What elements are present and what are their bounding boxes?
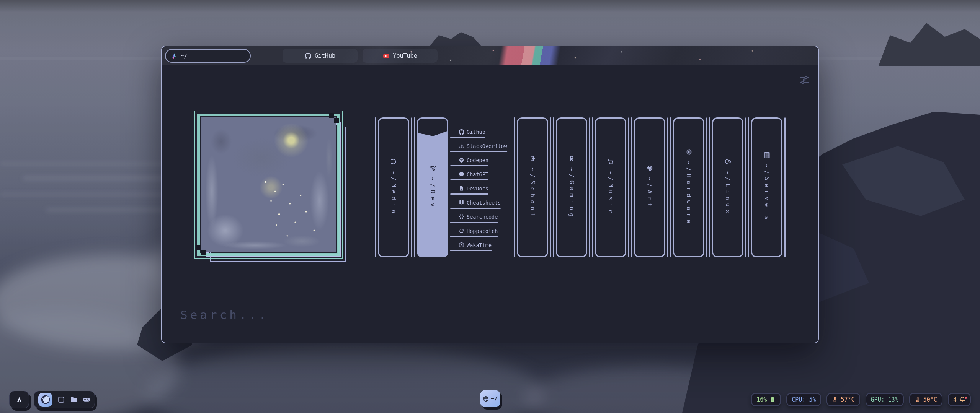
dock-item-terminal[interactable] — [57, 396, 65, 403]
link-label: ChatGPT — [467, 171, 488, 177]
notification-dot — [965, 397, 967, 399]
stat-pill-gpu-usage[interactable]: GPU: 13% — [866, 393, 904, 406]
link-codepen[interactable]: Codepen — [450, 157, 488, 167]
shelf-spine-art[interactable]: ~/Art — [634, 117, 665, 257]
link-chatgpt[interactable]: ChatGPT — [450, 171, 488, 181]
dock-item-games[interactable] — [83, 396, 90, 403]
artwork-frame — [194, 111, 347, 263]
tab-label: YouTube — [393, 52, 417, 59]
spine-content: ~/Gaming — [568, 155, 575, 220]
shelf-spine-media[interactable]: ~/Media — [378, 117, 409, 257]
link-label: Codepen — [467, 157, 488, 163]
shelf-spine-gaming[interactable]: ~/Gaming — [556, 117, 587, 257]
link-underline — [450, 165, 488, 167]
shelf-spine-linux[interactable]: ~/Linux — [712, 117, 743, 257]
browser-window: ~/ GitHub YouTube ~/Media~/DevGi — [161, 46, 819, 343]
address-url: ~/ — [181, 53, 187, 59]
spine-content: ~/Dev — [429, 165, 436, 210]
link-label: Cheatsheets — [467, 200, 501, 206]
shelf-divider — [706, 117, 707, 257]
link-searchcode[interactable]: Searchcode — [450, 214, 498, 223]
shelf-divider — [709, 117, 710, 257]
spine-content: ~/Servers — [763, 152, 770, 223]
shelf-book-music: ~/Music — [592, 117, 629, 257]
stat-text: GPU: 13% — [871, 396, 898, 403]
shelf-book-servers: ~/Servers — [748, 117, 786, 257]
braces-icon — [459, 214, 464, 220]
dock-item-files[interactable] — [70, 396, 78, 403]
spine-content: ~/Art — [646, 165, 653, 210]
stat-text: 4 — [953, 396, 957, 403]
link-stackoverflow[interactable]: StackOverflow — [450, 143, 507, 153]
gamepad-icon — [83, 396, 90, 403]
stat-text: 16% — [756, 396, 767, 403]
chat-bubble-icon — [459, 171, 464, 177]
link-row: DevDocs — [450, 185, 488, 192]
stat-pill-notifications[interactable]: 4 — [948, 393, 971, 406]
headphones-icon — [390, 158, 397, 165]
link-underline — [450, 179, 488, 181]
shelf-spine-hardware[interactable]: ~/Hardware — [673, 117, 704, 257]
stat-pill-cpu-temp[interactable]: 57°C — [826, 393, 860, 406]
shelf-divider — [589, 117, 590, 257]
music-note-icon — [608, 158, 614, 165]
link-underline — [450, 208, 501, 209]
stat-pill-gpu-temp[interactable]: 50°C — [909, 393, 942, 406]
address-bar[interactable]: ~/ — [165, 49, 251, 63]
spine-label: ~/Music — [607, 171, 614, 216]
system-stats: 16%CPU: 5%57°CGPU: 13%50°C4 — [751, 393, 971, 406]
sliders-icon[interactable] — [800, 75, 810, 85]
shelf-book-media: ~/Media — [375, 117, 412, 257]
spine-label: ~/Linux — [724, 171, 731, 216]
app-launcher-button[interactable] — [9, 391, 29, 408]
spine-label: ~/School — [529, 167, 536, 220]
active-window-button[interactable]: ~/ — [480, 390, 500, 407]
spine-top-cap — [418, 119, 447, 136]
shelf-divider — [514, 117, 515, 257]
tab-github[interactable]: GitHub — [283, 49, 358, 63]
shelf-divider — [784, 117, 786, 257]
tab-youtube[interactable]: YouTube — [363, 49, 438, 63]
link-underline — [450, 222, 498, 223]
shelf-divider — [411, 117, 412, 257]
firefox-icon — [40, 394, 51, 405]
startpage: ~/Media~/DevGithubStackOverflowCodepenCh… — [162, 65, 818, 343]
shelf-spine-servers[interactable]: ~/Servers — [751, 117, 782, 257]
link-hoppscotch[interactable]: Hoppscotch — [450, 228, 498, 237]
dock-item-firefox[interactable] — [38, 393, 52, 407]
shelf-divider — [667, 117, 668, 257]
browser-tab-bar: ~/ GitHub YouTube — [162, 46, 818, 65]
link-row: WakaTime — [450, 242, 492, 248]
shelf-spine-school[interactable]: ~/School — [517, 117, 548, 257]
stat-text: 50°C — [923, 396, 937, 403]
search-bar — [180, 308, 785, 328]
shelf-spine-dev[interactable]: ~/Dev — [417, 117, 448, 257]
link-row: StackOverflow — [450, 143, 507, 149]
stat-pill-cpu-usage[interactable]: CPU: 5% — [786, 393, 821, 406]
search-input[interactable] — [180, 308, 785, 328]
shelf-divider — [670, 117, 671, 257]
spine-label: ~/Servers — [763, 164, 770, 223]
zen-logo-icon — [171, 53, 177, 59]
category-links-panel: GithubStackOverflowCodepenChatGPTDevDocs… — [450, 117, 512, 257]
shelf-spine-music[interactable]: ~/Music — [595, 117, 626, 257]
folder-icon — [70, 396, 78, 403]
link-cheatsheets[interactable]: Cheatsheets — [450, 200, 501, 209]
palette-icon — [647, 165, 653, 171]
stat-pill-memory[interactable]: 16% — [751, 393, 781, 406]
link-github[interactable]: Github — [450, 129, 485, 138]
document-icon — [459, 185, 464, 191]
link-label: WakaTime — [467, 242, 492, 248]
link-row: Codepen — [450, 157, 488, 163]
chip-icon — [686, 149, 692, 155]
link-wakatime[interactable]: WakaTime — [450, 242, 492, 252]
frame-handle — [201, 250, 206, 255]
shelf-book-gaming: ~/Gaming — [553, 117, 590, 257]
link-devdocs[interactable]: DevDocs — [450, 185, 488, 195]
clock-icon — [459, 242, 464, 248]
stat-text: CPU: 5% — [792, 396, 816, 403]
link-label: StackOverflow — [467, 143, 507, 149]
stackoverflow-icon — [459, 143, 464, 149]
shelf-book-school: ~/School — [514, 117, 551, 257]
thermometer-icon — [915, 397, 921, 403]
